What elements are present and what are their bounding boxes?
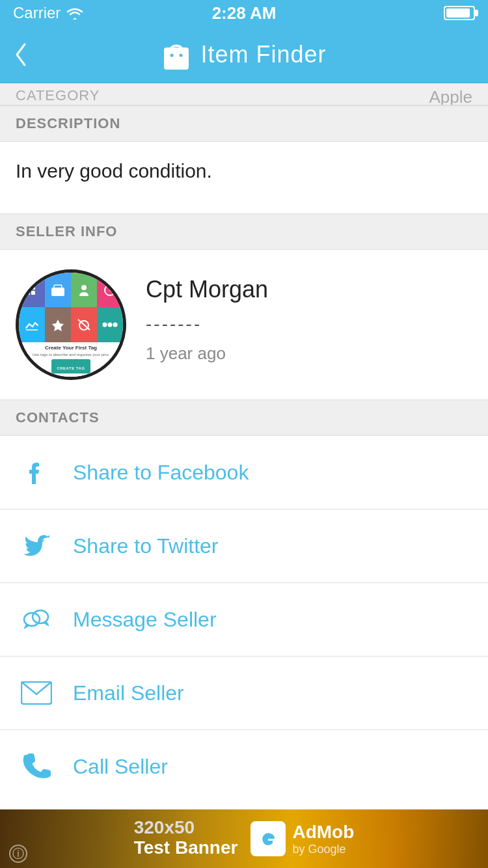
email-contact[interactable]: Email Seller: [0, 657, 488, 730]
description-text: In very good condition.: [16, 160, 212, 182]
twitter-label: Share to Twitter: [73, 534, 219, 558]
contacts-header: CONTACTS: [0, 400, 488, 436]
svg-rect-7: [51, 288, 64, 296]
email-icon: [18, 675, 55, 711]
category-section-partial: CATEGORY Apple: [0, 83, 488, 105]
seller-time: 1 year ago: [146, 344, 268, 364]
svg-point-18: [24, 613, 40, 626]
avatar-cell: [97, 307, 123, 342]
nav-bar: Item Finder: [0, 26, 488, 83]
svg-rect-9: [58, 290, 62, 291]
admob-logo: AdMob by Google: [251, 821, 354, 856]
description-content: In very good condition.: [0, 142, 488, 213]
call-icon: [18, 748, 55, 785]
svg-point-8: [55, 289, 57, 291]
seller-name: Cpt Morgan: [146, 276, 268, 303]
nav-title-container: Item Finder: [161, 37, 326, 72]
seller-rating: -------: [146, 314, 268, 334]
svg-point-1: [170, 53, 174, 57]
shopping-bag-icon: [161, 37, 191, 72]
svg-point-19: [33, 610, 48, 623]
twitter-icon: [18, 528, 55, 564]
status-bar-left: Carrier: [13, 4, 84, 22]
seller-details: Cpt Morgan ------- 1 year ago: [146, 269, 268, 364]
facebook-label: Share to Facebook: [73, 461, 249, 485]
apple-hint: Apple: [429, 87, 473, 105]
avatar-grid: Create Your First Tag Use tags to descri…: [19, 273, 123, 377]
facebook-contact[interactable]: Share to Facebook: [0, 436, 488, 509]
admob-brand: AdMob: [292, 822, 354, 843]
twitter-contact[interactable]: Share to Twitter: [0, 509, 488, 583]
admob-by-google: by Google: [292, 843, 354, 856]
admob-text-container: AdMob by Google: [292, 822, 354, 856]
seller-avatar: Create Your First Tag Use tags to descri…: [16, 269, 126, 380]
ad-banner[interactable]: 320x50 Test Banner AdMob by Google ⓘ: [0, 809, 488, 868]
svg-rect-4: [31, 286, 35, 290]
svg-point-10: [81, 285, 87, 290]
wifi-icon: [66, 6, 84, 20]
message-icon: [18, 601, 55, 638]
category-hint: CATEGORY: [16, 87, 100, 104]
call-label: Call Seller: [73, 755, 168, 779]
avatar-cell-text: Create Your First Tag Use tags to descri…: [19, 342, 123, 377]
ad-text: 320x50 Test Banner: [134, 819, 238, 859]
admob-g-icon: [251, 821, 286, 856]
status-bar-right: [444, 6, 475, 20]
seller-header: SELLER INFO: [0, 213, 488, 250]
avatar-cell: [97, 273, 123, 307]
info-icon[interactable]: ⓘ: [9, 845, 27, 863]
avatar-cell: [71, 273, 97, 307]
avatar-cell: [19, 273, 45, 307]
message-contact[interactable]: Message Seller: [0, 583, 488, 657]
status-bar-time: 2:28 AM: [212, 3, 277, 23]
ad-label: Test Banner: [134, 837, 238, 859]
email-label: Email Seller: [73, 681, 184, 705]
svg-point-17: [113, 322, 118, 327]
svg-rect-3: [26, 286, 30, 290]
status-bar: Carrier 2:28 AM: [0, 0, 488, 26]
ad-banner-bg: [0, 809, 488, 868]
avatar-cell: [71, 307, 97, 342]
back-button[interactable]: [13, 42, 29, 68]
facebook-icon: [18, 454, 55, 491]
svg-rect-0: [164, 47, 189, 70]
ad-size: 320x50: [134, 819, 238, 837]
message-label: Message Seller: [73, 608, 217, 632]
description-header: DESCRIPTION: [0, 105, 488, 142]
svg-rect-6: [31, 291, 35, 295]
carrier-label: Carrier: [13, 4, 61, 22]
svg-point-16: [108, 322, 113, 327]
avatar-cell: [45, 273, 71, 307]
svg-point-15: [103, 322, 107, 327]
avatar-cell: [45, 307, 71, 342]
seller-info-content: Create Your First Tag Use tags to descri…: [0, 250, 488, 400]
call-contact[interactable]: Call Seller: [0, 730, 488, 803]
svg-rect-5: [26, 291, 30, 295]
avatar-cell: [19, 307, 45, 342]
svg-marker-12: [52, 319, 64, 331]
nav-title: Item Finder: [200, 41, 326, 68]
battery-fill: [446, 8, 470, 18]
contacts-content: Share to Facebook Share to Twitter Me: [0, 436, 488, 803]
svg-point-2: [180, 53, 183, 57]
battery-icon: [444, 6, 475, 20]
